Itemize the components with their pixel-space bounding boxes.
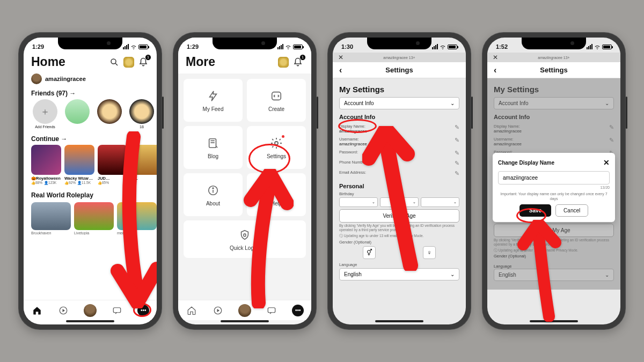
add-friends-button[interactable]: ＋ Add Friends	[31, 99, 59, 129]
game-card[interactable]: 🎃Royalloween 👍88%👤123K	[31, 145, 61, 185]
phone-frame-1: 1:29 Home 1	[18, 32, 162, 330]
friend-item[interactable]	[96, 99, 123, 129]
game-card[interactable]: Livetopia	[74, 202, 114, 235]
game-card[interactable]: Brookhaven	[31, 202, 71, 235]
birthday-day-select[interactable]: ⌄	[380, 197, 419, 207]
game-card[interactable]: Wacky Wizards… 👍92%👤11.5K	[64, 145, 94, 185]
change-display-name-modal: Change Display Name ✕ 13/20 Important: Y…	[493, 153, 615, 222]
verify-age-button[interactable]: Verify My Age	[339, 209, 459, 223]
notifications-icon[interactable]: 1	[137, 56, 149, 68]
screen-settings-modal: 1:52 ✕ amaziingracee 13+ ‹ Settings My S…	[487, 38, 620, 324]
tab-avatar-icon[interactable]	[84, 304, 97, 317]
tile-blog[interactable]: Blog	[184, 126, 243, 169]
tab-avatar-icon[interactable]	[238, 304, 251, 317]
account-info-heading: Account Info	[339, 114, 459, 120]
battery-icon	[448, 45, 457, 49]
signal-icon	[587, 44, 592, 49]
notifications-icon[interactable]: 1	[292, 56, 304, 68]
wifi-icon	[440, 45, 446, 49]
code-icon	[269, 89, 283, 103]
phone-row: Phone Number: ✎	[339, 158, 459, 168]
svg-rect-18	[268, 307, 275, 312]
friends-header[interactable]: Friends (97) →	[24, 86, 157, 99]
tile-help[interactable]: Help	[247, 173, 306, 216]
gender-neutral-icon[interactable]: ⚥	[363, 246, 376, 259]
robux-icon[interactable]	[278, 57, 289, 68]
tile-about[interactable]: About	[184, 173, 243, 216]
page-title: Home	[31, 55, 65, 69]
screen-home: 1:29 Home 1	[24, 38, 157, 324]
phone-frame-2: 1:29 More 1 My Feed	[173, 32, 317, 330]
settings-header: ‹ Settings	[333, 62, 466, 78]
account-section-select[interactable]: Account Info ⌄	[339, 97, 459, 109]
avatar	[31, 73, 42, 84]
tab-more-icon[interactable]: •••	[292, 305, 304, 316]
tab-chat-icon[interactable]	[111, 305, 123, 316]
edit-icon[interactable]: ✎	[455, 150, 459, 157]
search-icon[interactable]	[108, 56, 120, 68]
gender-label: Gender (Optional)	[339, 240, 459, 245]
edit-icon[interactable]: ✎	[455, 160, 459, 167]
birthday-year-select[interactable]: ⌄	[421, 197, 459, 207]
notch	[367, 38, 431, 49]
phone-frame-4: 1:52 ✕ amaziingracee 13+ ‹ Settings My S…	[482, 32, 626, 330]
edit-icon[interactable]: ✎	[455, 170, 459, 177]
gender-female-icon[interactable]: ♀	[423, 246, 436, 259]
home-indicator	[66, 320, 114, 322]
friend-item[interactable]: 18	[128, 99, 156, 129]
tab-bar: •••	[24, 300, 157, 320]
tab-home-icon[interactable]	[186, 305, 197, 316]
tab-bar: •••	[178, 300, 311, 320]
close-icon[interactable]: ✕	[603, 158, 610, 167]
wifi-icon	[285, 45, 291, 49]
status-time: 1:30	[341, 43, 353, 50]
personal-heading: Personal	[339, 183, 459, 189]
friend-item[interactable]	[63, 99, 91, 129]
tab-chat-icon[interactable]	[266, 305, 277, 316]
lock-icon	[238, 228, 252, 242]
back-icon[interactable]: ‹	[339, 65, 342, 75]
cancel-button[interactable]: Cancel	[555, 204, 588, 217]
close-icon[interactable]: ✕	[493, 54, 498, 61]
robux-icon[interactable]	[123, 57, 134, 68]
tile-my-feed[interactable]: My Feed	[184, 79, 243, 122]
tile-settings[interactable]: Settings	[247, 126, 306, 169]
tab-home-icon[interactable]	[31, 305, 43, 316]
language-select[interactable]: English ⌄	[339, 268, 459, 280]
realworld-row: Brookhaven Livetopia mee…	[24, 202, 157, 235]
realworld-header[interactable]: Real World Roleplay	[24, 188, 157, 201]
continue-header[interactable]: Continue →	[24, 132, 157, 145]
svg-rect-4	[113, 307, 121, 312]
edit-icon[interactable]: ✎	[455, 124, 459, 131]
close-icon[interactable]: ✕	[338, 54, 343, 61]
settings-header: ‹ Settings	[487, 62, 620, 78]
display-name-row: Display Name: amaziingracee ✎	[339, 122, 459, 135]
save-button[interactable]: Save	[519, 204, 551, 217]
display-name-input[interactable]	[498, 171, 610, 184]
status-icons	[123, 44, 148, 49]
username-row: Username: amaziingracee ✎	[339, 135, 459, 148]
my-settings-title: My Settings	[339, 85, 459, 94]
back-icon[interactable]: ‹	[494, 65, 496, 75]
chevron-down-icon: ⌄	[450, 271, 455, 277]
game-thumbnail	[131, 145, 157, 175]
tab-discover-icon[interactable]	[212, 305, 224, 316]
game-card[interactable]: JUD… 👍85%	[98, 145, 128, 185]
tile-create[interactable]: Create	[247, 79, 306, 122]
more-grid: My Feed Create Blog Settings About	[178, 73, 311, 263]
tab-more-icon[interactable]: •••	[137, 305, 149, 316]
user-row[interactable]: amaziingracee	[24, 70, 157, 86]
verify-fineprint: By clicking 'Verify My Age' you will be …	[339, 224, 459, 233]
edit-icon[interactable]: ✎	[455, 137, 459, 144]
svg-point-0	[111, 59, 116, 64]
tab-discover-icon[interactable]	[57, 305, 69, 316]
birthday-month-select[interactable]: ⌄	[339, 197, 378, 207]
status-time: 1:29	[187, 43, 199, 50]
webview-bar: ✕ amaziingracee 13+	[333, 53, 466, 62]
game-card[interactable]: D…	[131, 145, 157, 185]
game-thumbnail	[74, 202, 114, 230]
game-card[interactable]: mee…	[117, 202, 157, 235]
tile-quick-login[interactable]: Quick Log In	[184, 220, 306, 258]
birthday-label: Birthday	[339, 191, 459, 196]
screen-more: 1:29 More 1 My Feed	[178, 38, 311, 324]
